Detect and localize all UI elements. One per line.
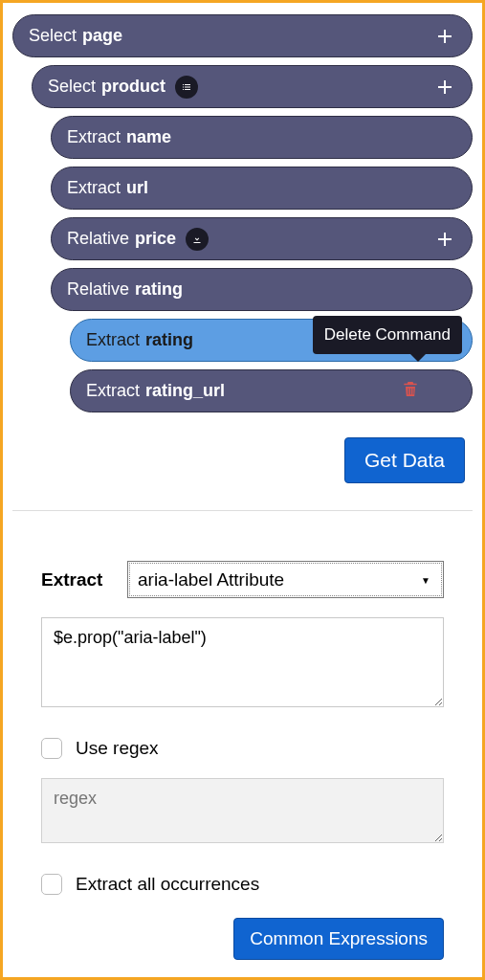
node-extract-rating-url[interactable]: Extract rating_url: [70, 369, 473, 412]
command-type: Extract: [67, 178, 121, 198]
download-icon[interactable]: [186, 228, 209, 251]
use-regex-label: Use regex: [76, 738, 159, 759]
extract-dropdown[interactable]: aria-label Attribute: [127, 561, 444, 598]
command-type: Relative: [67, 229, 129, 249]
get-data-button[interactable]: Get Data: [344, 437, 465, 483]
command-type: Select: [29, 26, 77, 46]
node-extract-url[interactable]: Extract url: [51, 167, 473, 210]
command-target: rating: [135, 279, 183, 300]
node-extract-rating[interactable]: Extract rating Delete Command: [70, 319, 473, 362]
add-icon[interactable]: [426, 220, 464, 258]
command-target: price: [135, 229, 176, 249]
node-relative-rating[interactable]: Relative rating: [51, 268, 473, 311]
extract-form: Extract aria-label Attribute Use regex E…: [3, 511, 482, 960]
command-tree: Select page Select product Extract name …: [3, 3, 482, 412]
extract-label: Extract: [41, 569, 127, 590]
command-target: url: [126, 178, 148, 198]
command-type: Select: [48, 77, 96, 97]
delete-tooltip: Delete Command: [313, 316, 462, 354]
extract-select-wrap: aria-label Attribute: [127, 561, 444, 598]
expression-input[interactable]: [41, 617, 444, 707]
extract-all-row: Extract all occurrences: [41, 874, 444, 895]
get-data-row: Get Data: [3, 420, 482, 510]
command-target: rating_url: [145, 381, 225, 401]
command-type: Relative: [67, 279, 129, 300]
common-expressions-button[interactable]: Common Expressions: [233, 918, 444, 960]
use-regex-row: Use regex: [41, 738, 444, 759]
add-icon[interactable]: [426, 68, 464, 106]
command-target: product: [101, 77, 165, 97]
regex-input[interactable]: [41, 778, 444, 843]
trash-icon[interactable]: [401, 378, 420, 404]
command-type: Extract: [86, 381, 140, 401]
command-target: page: [82, 26, 122, 46]
command-target: rating: [145, 330, 193, 350]
command-type: Extract: [67, 127, 121, 147]
common-expr-row: Common Expressions: [41, 914, 444, 960]
node-relative-price[interactable]: Relative price: [51, 217, 473, 260]
command-type: Extract: [86, 330, 140, 350]
command-target: name: [126, 127, 171, 147]
add-icon[interactable]: [426, 17, 464, 56]
use-regex-checkbox[interactable]: [41, 738, 62, 759]
node-extract-name[interactable]: Extract name: [51, 116, 473, 159]
list-icon[interactable]: [175, 76, 198, 99]
node-select-page[interactable]: Select page: [12, 14, 473, 57]
extract-row: Extract aria-label Attribute: [41, 561, 444, 598]
extract-all-checkbox[interactable]: [41, 874, 62, 895]
node-select-product[interactable]: Select product: [32, 65, 473, 108]
extract-all-label: Extract all occurrences: [76, 874, 259, 895]
